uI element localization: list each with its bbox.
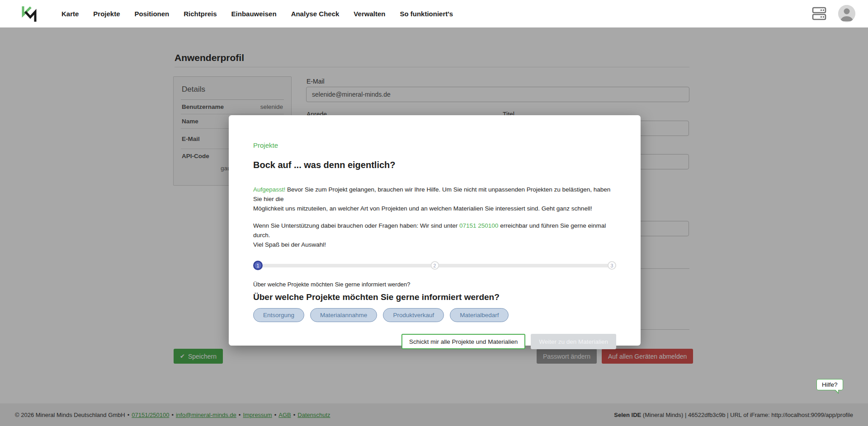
modal-title: Bock auf ... was denn eigentlich? bbox=[253, 160, 616, 170]
question-heading: Über welche Projekte möchten Sie gerne i… bbox=[253, 292, 616, 302]
projects-onboarding-modal: Projekte Bock auf ... was denn eigentlic… bbox=[229, 115, 641, 346]
nav-item-so-funktionierts[interactable]: So funktioniert's bbox=[400, 10, 453, 18]
nav-item-karte[interactable]: Karte bbox=[61, 10, 79, 18]
modal-actions: Schickt mir alle Projekte und Materialie… bbox=[253, 334, 616, 349]
server-icon[interactable] bbox=[811, 6, 827, 21]
phone-link[interactable]: 07151 250100 bbox=[459, 222, 498, 229]
header-right-icons bbox=[811, 5, 855, 22]
nav-item-richtpreis[interactable]: Richtpreis bbox=[184, 10, 217, 18]
chip-materialannahme[interactable]: Materialannahme bbox=[310, 308, 377, 322]
help-tooltip[interactable]: Hilfe? bbox=[816, 379, 843, 390]
attention-highlight: Aufgepasst! bbox=[253, 186, 285, 193]
main-nav: Karte Projekte Positionen Richtpreis Ein… bbox=[61, 10, 453, 18]
step-indicator-3: 3 bbox=[608, 261, 616, 270]
intro-line1: Bevor Sie zum Projekt gelangen, brauchen… bbox=[253, 186, 610, 202]
top-navigation-bar: Karte Projekte Positionen Richtpreis Ein… bbox=[0, 0, 868, 28]
step-indicator-1: 1 bbox=[253, 261, 263, 270]
nav-item-verwalten[interactable]: Verwalten bbox=[354, 10, 385, 18]
send-all-projects-button[interactable]: Schickt mir alle Projekte und Materialie… bbox=[401, 334, 525, 349]
support-text-before: Wenn Sie Unterstützung dabei brauchen od… bbox=[253, 222, 459, 229]
modal-eyebrow: Projekte bbox=[253, 141, 616, 149]
mineral-minds-logo-icon[interactable] bbox=[20, 4, 38, 23]
nav-item-projekte[interactable]: Projekte bbox=[93, 10, 120, 18]
step-indicator-2: 2 bbox=[430, 261, 439, 270]
app-screen: Karte Projekte Positionen Richtpreis Ein… bbox=[0, 0, 868, 426]
nav-item-positionen[interactable]: Positionen bbox=[135, 10, 170, 18]
project-type-chips: Entsorgung Materialannahme Produktverkau… bbox=[253, 308, 616, 322]
intro-line2: Möglichkeit uns mitzuteilen, an welcher … bbox=[253, 205, 592, 212]
support-paragraph: Wenn Sie Unterstützung dabei brauchen od… bbox=[253, 221, 616, 249]
nav-item-analyse-check[interactable]: Analyse Check bbox=[291, 10, 340, 18]
chip-materialbedarf[interactable]: Materialbedarf bbox=[450, 308, 509, 322]
nav-item-einbauweisen[interactable]: Einbauweisen bbox=[231, 10, 277, 18]
chip-produktverkauf[interactable]: Produktverkauf bbox=[383, 308, 444, 322]
support-line2: Viel Spaß bei der Auswahl! bbox=[253, 241, 326, 248]
chip-entsorgung[interactable]: Entsorgung bbox=[253, 308, 304, 322]
question-label: Über welche Projekte möchten Sie gerne i… bbox=[253, 281, 616, 288]
next-to-materials-button[interactable]: Weiter zu den Materialien bbox=[531, 334, 616, 349]
user-avatar-icon[interactable] bbox=[838, 5, 855, 22]
wizard-progress-bar: 1 2 3 bbox=[253, 261, 616, 270]
intro-paragraph: Aufgepasst! Bevor Sie zum Projekt gelang… bbox=[253, 185, 616, 213]
